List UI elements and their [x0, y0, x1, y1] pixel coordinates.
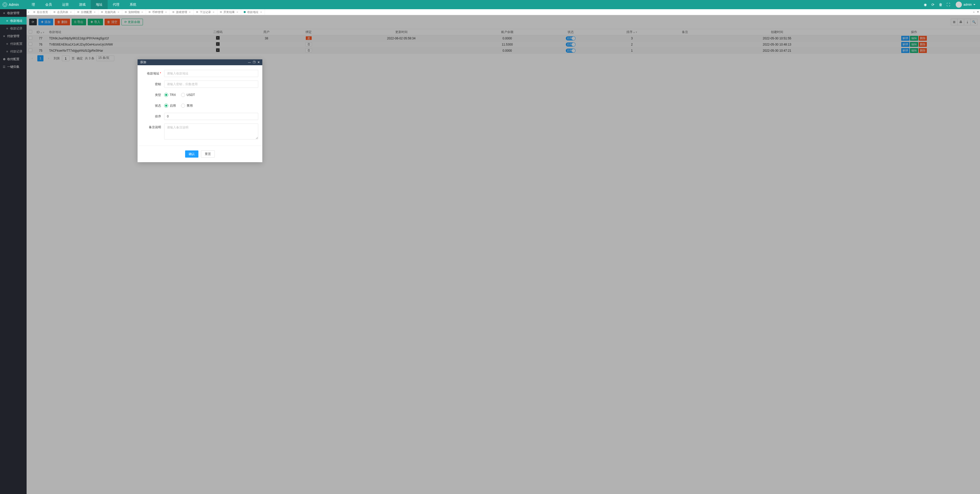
sidebar-item-付款配置[interactable]: ≡付款配置: [0, 40, 27, 48]
edit-button[interactable]: 编辑: [910, 36, 918, 41]
tab-close-icon[interactable]: ✕: [260, 11, 262, 14]
import-button[interactable]: ✚ 导入: [88, 19, 103, 25]
tab-下注记录[interactable]: 下注记录✕: [194, 9, 217, 15]
status-switch[interactable]: 启用: [566, 43, 576, 46]
tabs-menu[interactable]: [976, 9, 980, 15]
cell-updated: [330, 41, 473, 48]
tab-close-icon[interactable]: ✕: [189, 11, 191, 14]
print-icon[interactable]: 🖶: [958, 19, 964, 25]
tab-游戏管理[interactable]: 游戏管理✕: [170, 9, 194, 15]
refresh-button[interactable]: ⟳: [29, 19, 37, 25]
topnav-运营[interactable]: 运营: [57, 0, 74, 9]
edit-button[interactable]: 编辑: [910, 48, 918, 53]
tab-划转明细[interactable]: 划转明细✕: [122, 9, 146, 15]
topnav-游戏[interactable]: 游戏: [74, 0, 91, 9]
pager-confirm[interactable]: 确定: [77, 56, 83, 61]
row-checkbox[interactable]: [29, 36, 32, 40]
key-input[interactable]: [164, 81, 258, 88]
col-ID[interactable]: ID▲▼: [34, 29, 47, 35]
status-switch[interactable]: 启用: [566, 36, 576, 40]
unbind-button[interactable]: 解绑: [901, 48, 910, 53]
pager-page-1[interactable]: 1: [37, 55, 43, 61]
sidebar-icon: ☷: [3, 65, 6, 68]
topbar: Admin 理会员运营游戏地址代理系统 ◉ ⟳ 🗑 ⛶ admin: [0, 0, 980, 9]
minimize-icon[interactable]: —: [248, 61, 251, 64]
export-button[interactable]: ⎘ 导出: [72, 19, 86, 25]
tab-close-icon[interactable]: ✕: [94, 11, 95, 14]
sidebar-item-付款记录[interactable]: ≡付款记录: [0, 48, 27, 55]
col-chk[interactable]: [27, 29, 34, 35]
row-checkbox[interactable]: [29, 42, 32, 46]
radio-usdt[interactable]: USDT: [181, 91, 195, 99]
radio-trx[interactable]: TRX: [164, 91, 176, 99]
radio-status-on[interactable]: 启用: [164, 102, 176, 109]
confirm-button[interactable]: 确认: [185, 150, 199, 158]
remark-textarea[interactable]: [164, 124, 258, 139]
radio-status-off[interactable]: 禁用: [181, 102, 193, 109]
unbind-button[interactable]: 解绑: [901, 42, 910, 47]
download-icon[interactable]: ⭳: [964, 19, 971, 25]
trash-icon[interactable]: 🗑: [937, 0, 945, 9]
qr-icon[interactable]: [216, 42, 220, 46]
row-delete-button[interactable]: 删除: [919, 48, 927, 53]
row-delete-button[interactable]: 删除: [919, 36, 927, 41]
tab-分佣配置[interactable]: 分佣配置✕: [75, 9, 99, 15]
reset-button[interactable]: 重置: [201, 150, 215, 158]
columns-icon[interactable]: ⊞: [951, 19, 958, 25]
pager-next[interactable]: ›: [46, 55, 52, 61]
clear-button[interactable]: 🗑 清空: [105, 19, 120, 25]
delete-button[interactable]: 🗑 删除: [55, 19, 70, 25]
unbind-button[interactable]: 解绑: [901, 36, 910, 41]
sidebar-item-收付配置[interactable]: ✿收付配置: [0, 55, 27, 63]
tab-close-icon[interactable]: ✕: [236, 11, 238, 14]
tab-close-icon[interactable]: ✕: [141, 11, 143, 14]
maximize-icon[interactable]: ❐: [253, 61, 255, 64]
sidebar-item-收款管理[interactable]: ≡收款管理: [0, 9, 27, 17]
sun-icon[interactable]: ◉: [921, 0, 929, 9]
tab-币种管理[interactable]: 币种管理✕: [146, 9, 170, 15]
user-menu[interactable]: admin: [952, 2, 977, 8]
topbar-right: ◉ ⟳ 🗑 ⛶ admin: [921, 0, 980, 9]
row-checkbox[interactable]: [29, 48, 32, 52]
sidebar-item-一键归集[interactable]: ☷一键归集: [0, 63, 27, 71]
tab-close-icon[interactable]: ✕: [212, 11, 215, 14]
topnav-地址[interactable]: 地址: [91, 0, 108, 9]
pager-size-select[interactable]: 15 条/页: [96, 56, 114, 61]
qr-icon[interactable]: [216, 36, 220, 40]
tab-充值列表[interactable]: 充值列表✕: [99, 9, 122, 15]
tab-收款地址[interactable]: 收款地址✕: [241, 9, 265, 15]
tabs-next[interactable]: ›: [972, 9, 976, 15]
checkbox-all[interactable]: [29, 30, 32, 33]
sort-input[interactable]: [164, 113, 258, 120]
topnav-代理[interactable]: 代理: [108, 0, 124, 9]
topnav-系统[interactable]: 系统: [124, 0, 142, 9]
refresh-balance-button[interactable]: ⟳ 更新余额: [121, 19, 143, 25]
tab-close-icon[interactable]: ✕: [117, 11, 119, 14]
tabs-prev[interactable]: ‹: [27, 9, 31, 15]
addr-input[interactable]: [164, 70, 258, 77]
tab-后台首页[interactable]: 后台首页: [31, 9, 51, 15]
status-switch[interactable]: 启用: [566, 49, 576, 53]
refresh-icon[interactable]: ⟳: [929, 0, 937, 9]
sidebar-item-收款地址[interactable]: ≡收款地址: [0, 17, 27, 25]
add-modal: 添加 — ❐ ✕ 收款地址* 密钥 类型 TRX USDT 状态 启用 禁用: [138, 59, 262, 162]
search-icon[interactable]: 🔍: [971, 19, 977, 25]
topnav-会员[interactable]: 会员: [40, 0, 57, 9]
add-button[interactable]: ✚ 添加: [38, 19, 53, 25]
sidebar-item-付款管理[interactable]: ≡付款管理: [0, 32, 27, 40]
col-排序[interactable]: 排序▲▼: [600, 29, 664, 35]
tab-开奖结果[interactable]: 开奖结果✕: [217, 9, 241, 15]
pager-prev[interactable]: ‹: [29, 55, 35, 61]
topnav-理[interactable]: 理: [27, 0, 40, 9]
row-delete-button[interactable]: 删除: [919, 42, 927, 47]
edit-button[interactable]: 编辑: [910, 42, 918, 47]
fullscreen-icon[interactable]: ⛶: [945, 0, 952, 9]
close-icon[interactable]: ✕: [258, 61, 260, 64]
sidebar-item-收款记录[interactable]: ≡收款记录: [0, 25, 27, 32]
tab-close-icon[interactable]: ✕: [165, 11, 167, 14]
pager-goto-input[interactable]: [62, 56, 70, 61]
tab-close-icon[interactable]: ✕: [70, 11, 72, 14]
tab-会员列表[interactable]: 会员列表✕: [51, 9, 75, 15]
modal-header[interactable]: 添加 — ❐ ✕: [138, 59, 262, 65]
qr-icon[interactable]: [216, 48, 220, 52]
